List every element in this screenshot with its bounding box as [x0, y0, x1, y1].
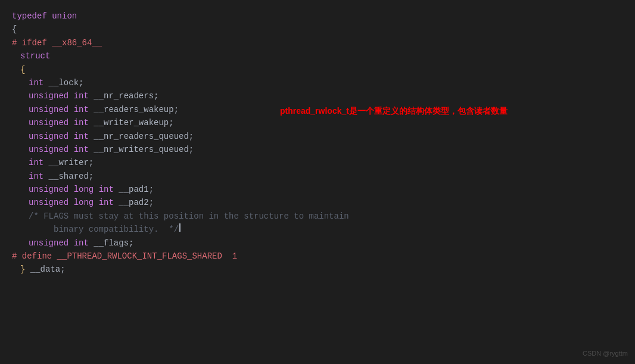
- code-line-19: # define __PTHREAD_RWLOCK_INT_FLAGS_SHAR…: [12, 250, 623, 263]
- keyword-struct: struct: [20, 49, 50, 63]
- keyword-int-5: int: [74, 130, 89, 143]
- code-line-12: int __writer;: [12, 156, 623, 169]
- var-pad1: __pad1;: [114, 183, 154, 196]
- annotation-text: pthread_rwlock_t是一个重定义的结构体类型，包含读者数量: [280, 104, 508, 117]
- code-line-16: /* FLAGS must stay at this position in t…: [12, 210, 623, 223]
- keyword-unsigned-8: unsigned: [29, 237, 69, 250]
- var-writer: __writer;: [43, 156, 94, 169]
- code-line-3: # ifdef __x86_64__: [12, 36, 623, 49]
- brace-open: {: [12, 23, 17, 36]
- keyword-unsigned-3: unsigned: [29, 116, 69, 129]
- keyword-unsigned-1: unsigned: [29, 89, 69, 102]
- code-line-14: unsigned long int __pad1;: [12, 183, 623, 196]
- keyword-unsigned-4: unsigned: [29, 130, 69, 143]
- code-line-10: unsigned int __nr_readers_queued;: [12, 130, 623, 143]
- code-line-18: unsigned int __flags;: [12, 237, 623, 250]
- keyword-long-2: long: [74, 196, 94, 209]
- keyword-int-8: int: [29, 170, 43, 183]
- keyword-int-3: int: [74, 103, 89, 116]
- var-writer-wakeup: __writer_wakeup;: [89, 116, 174, 129]
- brace-close-struct: }: [20, 263, 25, 276]
- code-line-9: unsigned int __writer_wakeup;: [12, 116, 623, 129]
- code-line-6: int __lock;: [12, 76, 623, 89]
- code-line-1: typedef union: [12, 10, 623, 23]
- keyword-int-9: int: [99, 183, 114, 196]
- code-line-2: {: [12, 23, 623, 36]
- keyword-int-11: int: [74, 237, 89, 250]
- preprocessor-define: # define __PTHREAD_RWLOCK_INT_FLAGS_SHAR…: [12, 250, 237, 263]
- var-lock: __lock;: [43, 76, 83, 89]
- code-line-5: {: [12, 63, 623, 76]
- keyword-int-10: int: [99, 196, 114, 209]
- keyword-int-4: int: [74, 116, 89, 129]
- comment-line-1: /* FLAGS must stay at this position in t…: [29, 210, 349, 223]
- var-data: __data;: [25, 263, 65, 276]
- var-nr-writers-queued: __nr_writers_queued;: [89, 143, 194, 156]
- keyword-unsigned-7: unsigned: [29, 196, 69, 209]
- keyword-union: union: [52, 10, 77, 23]
- keyword-typedef: typedef: [12, 10, 47, 23]
- keyword-int-6: int: [74, 143, 89, 156]
- brace-open-struct: {: [20, 63, 25, 76]
- code-line-7: unsigned int __nr_readers;: [12, 89, 623, 102]
- keyword-int-1: int: [29, 76, 43, 89]
- code-line-20: } __data;: [12, 263, 623, 276]
- code-container: typedef union { # ifdef __x86_64__ struc…: [0, 0, 635, 364]
- watermark: CSDN @rygttm: [583, 349, 628, 359]
- text-cursor: [179, 223, 180, 232]
- var-flags: __flags;: [89, 237, 134, 250]
- var-shared: __shared;: [43, 170, 94, 183]
- code-line-17: binary compatibility. */: [12, 223, 623, 236]
- code-line-13: int __shared;: [12, 170, 623, 183]
- keyword-int-2: int: [74, 89, 89, 102]
- keyword-unsigned-6: unsigned: [29, 183, 69, 196]
- keyword-long-1: long: [74, 183, 94, 196]
- preprocessor-ifdef: # ifdef __x86_64__: [12, 36, 102, 49]
- keyword-unsigned-5: unsigned: [29, 143, 69, 156]
- keyword-unsigned-2: unsigned: [29, 103, 69, 116]
- keyword-int-7: int: [29, 156, 43, 169]
- var-nr-readers-queued: __nr_readers_queued;: [89, 130, 194, 143]
- code-line-15: unsigned long int __pad2;: [12, 196, 623, 209]
- code-line-11: unsigned int __nr_writers_queued;: [12, 143, 623, 156]
- var-pad2: __pad2;: [114, 196, 154, 209]
- var-nr-readers: __nr_readers;: [89, 89, 159, 102]
- var-readers-wakeup: __readers_wakeup;: [89, 103, 179, 116]
- comment-line-2: binary compatibility. */: [54, 223, 179, 236]
- code-line-4: struct: [12, 49, 623, 63]
